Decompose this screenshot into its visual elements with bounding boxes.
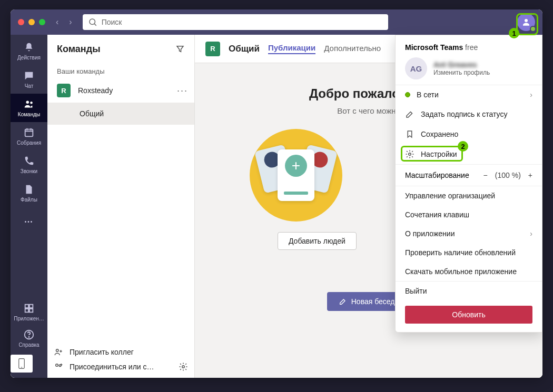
update-button[interactable]: Обновить: [405, 306, 532, 324]
calendar-icon: [23, 127, 35, 138]
search-icon: [88, 17, 97, 27]
profile-name: Ant Greaves: [433, 61, 490, 69]
help-icon: [23, 329, 35, 340]
status-label: В сети: [417, 91, 439, 99]
about-label: О приложении: [405, 229, 455, 238]
team-more-icon[interactable]: ···: [177, 85, 188, 96]
zoom-out-button[interactable]: −: [483, 171, 488, 179]
join-label: Присоединиться или с…: [70, 363, 154, 371]
about-item[interactable]: О приложении›: [396, 224, 542, 243]
titlebar: ‹ › Поиск: [11, 9, 542, 35]
settings-item[interactable]: Настройки 2: [396, 144, 542, 164]
zoom-value: (100 %): [495, 171, 521, 179]
signout-item[interactable]: Выйти: [396, 282, 542, 300]
set-status-label: Задать подпись к статусу: [421, 110, 507, 118]
download-mobile-item[interactable]: Скачать мобильное приложение: [396, 262, 542, 281]
nav-back-icon[interactable]: ‹: [53, 15, 62, 29]
close-window-dot[interactable]: [18, 19, 24, 25]
file-icon: [23, 184, 35, 195]
team-item-roxsteady[interactable]: R Roxsteady ···: [47, 78, 194, 103]
svg-point-17: [56, 349, 59, 352]
search-placeholder: Поиск: [102, 18, 122, 26]
tab-more[interactable]: Дополнительно: [324, 44, 381, 54]
panel-title: Команды: [57, 44, 101, 55]
profile-popup: Microsoft Teams free AG Ant Greaves Изме…: [395, 35, 542, 333]
channel-label: Общий: [80, 109, 104, 118]
rail-more[interactable]: •••: [11, 207, 47, 236]
person-add-icon: [54, 347, 63, 357]
saved-item[interactable]: Сохранено: [396, 124, 542, 144]
rail-teams-label: Команды: [18, 112, 40, 117]
zoom-in-button[interactable]: +: [528, 171, 532, 179]
svg-rect-10: [29, 305, 33, 308]
rail-teams[interactable]: Команды: [11, 94, 47, 122]
rail-chat[interactable]: Чат: [11, 65, 47, 94]
rail-calls-label: Звонки: [21, 168, 37, 174]
profile-row: AG Ant Greaves Изменить профиль: [405, 57, 532, 79]
teams-panel: Команды Ваши команды R Roxsteady ··· Общ…: [47, 35, 195, 378]
zoom-label: Масштабирование: [405, 171, 469, 179]
add-people-illustration: +: [250, 129, 342, 222]
shortcuts-label: Сочетания клавиш: [405, 210, 469, 219]
filter-icon[interactable]: [175, 44, 185, 54]
gear-icon: [405, 149, 414, 159]
svg-rect-5: [25, 129, 33, 137]
set-status-message-item[interactable]: Задать подпись к статусу: [396, 104, 542, 124]
new-conv-label: Новая беседа: [351, 297, 399, 306]
card-center: +: [278, 149, 314, 201]
panel-section-label: Ваши команды: [47, 63, 194, 78]
invite-colleagues-button[interactable]: Пригласить коллег: [54, 347, 188, 357]
phone-icon: [23, 155, 35, 167]
check-updates-label: Проверить наличие обновлений: [405, 248, 516, 257]
chevron-right-icon: ›: [530, 229, 532, 238]
app-rail: Действия Чат Команды Собрания Звонки Фай…: [11, 35, 47, 378]
rail-help-label: Справка: [18, 342, 39, 348]
chat-icon: [23, 70, 35, 82]
svg-point-0: [90, 19, 95, 25]
channel-title: Общий: [229, 44, 260, 54]
tab-posts[interactable]: Публикации: [268, 43, 315, 54]
shortcuts-item[interactable]: Сочетания клавиш: [396, 205, 542, 224]
check-updates-item[interactable]: Проверить наличие обновлений: [396, 243, 542, 262]
app-window: 1 ‹ › Поиск Действия Чат: [11, 9, 542, 378]
rail-files[interactable]: Файлы: [11, 179, 47, 207]
rail-meetings[interactable]: Собрания: [11, 122, 47, 150]
rail-apps[interactable]: Приложен…: [11, 299, 47, 325]
channel-avatar: R: [205, 42, 220, 56]
plus-icon: +: [285, 155, 307, 177]
edit-profile-link[interactable]: Изменить профиль: [433, 69, 490, 76]
search-input[interactable]: Поиск: [83, 14, 388, 30]
add-people-button[interactable]: Добавить людей: [278, 232, 357, 250]
join-create-team-button[interactable]: Присоединиться или с…: [54, 362, 188, 371]
chevron-right-icon: ›: [530, 91, 532, 99]
rail-activity-label: Действия: [17, 55, 41, 61]
apps-icon: [23, 303, 35, 314]
status-item[interactable]: В сети ›: [396, 85, 542, 104]
gear-icon[interactable]: [179, 362, 188, 371]
maximize-window-dot[interactable]: [39, 19, 45, 25]
status-online-icon: [405, 92, 410, 97]
rail-apps-label: Приложен…: [14, 316, 44, 321]
channel-item-general[interactable]: Общий: [47, 103, 194, 125]
signout-label: Выйти: [405, 287, 427, 295]
teams-icon: [23, 98, 35, 110]
rail-activity[interactable]: Действия: [11, 37, 47, 65]
manage-org-item[interactable]: Управление организацией: [396, 186, 542, 205]
panel-header: Команды: [47, 35, 194, 63]
profile-avatar-button[interactable]: [517, 13, 535, 31]
product-name: Microsoft Teams free: [405, 43, 532, 52]
rail-calls[interactable]: Звонки: [11, 150, 47, 179]
minimize-window-dot[interactable]: [28, 19, 35, 25]
teams-add-icon: [54, 362, 63, 371]
svg-rect-12: [29, 309, 33, 312]
manage-org-label: Управление организацией: [405, 192, 495, 200]
svg-point-27: [409, 153, 411, 156]
rail-meetings-label: Собрания: [17, 140, 41, 146]
bookmark-icon: [405, 129, 414, 139]
svg-point-4: [30, 102, 32, 104]
nav-forward-icon[interactable]: ›: [66, 15, 75, 29]
svg-point-20: [56, 364, 58, 367]
rail-mobile-button[interactable]: [11, 355, 33, 373]
rail-help[interactable]: Справка: [11, 325, 47, 351]
welcome-sub: Вот с чего можно: [337, 106, 400, 115]
